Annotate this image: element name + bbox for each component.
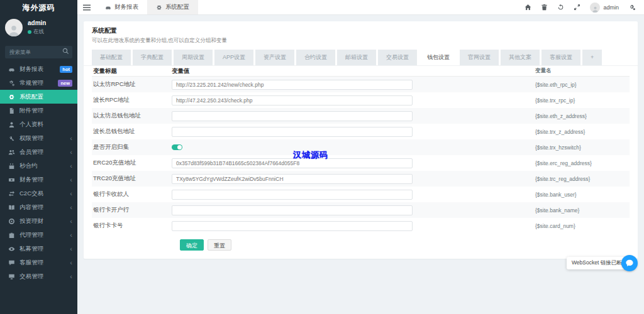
collection-toggle[interactable]	[172, 144, 182, 150]
hamburger-menu-icon[interactable]	[77, 0, 96, 14]
sidebar-item-7[interactable]: 秒合约‹	[0, 159, 77, 173]
reset-button[interactable]: 重置	[208, 239, 231, 251]
topbar-avatar	[590, 3, 600, 13]
config-tab-8[interactable]: 钱包设置	[419, 50, 458, 65]
config-value-input[interactable]	[172, 127, 413, 137]
config-value-input[interactable]	[172, 205, 413, 215]
topbar-tab-0[interactable]: 财务报表	[96, 0, 147, 14]
config-row-1: 波长RPC地址{$site.trx_rpc_ip}	[92, 92, 630, 108]
sidebar-item-4[interactable]: 个人资料	[0, 117, 77, 131]
sidebar-item-15[interactable]: 交易管理‹	[0, 269, 77, 283]
sidebar-item-5[interactable]: 权限管理‹	[0, 131, 77, 145]
topbar-tab-1[interactable]: 系统配置	[147, 0, 198, 14]
sidebar: 海外源码 admin 在线 财务报表hot常规管理new系统配置附件管理个人资料…	[0, 0, 77, 314]
config-row-label: TRC20充值地址	[92, 175, 172, 183]
add-tab-button[interactable]: +	[582, 50, 602, 65]
config-tab-11[interactable]: 客服设置	[541, 50, 580, 65]
user-block: admin 在线	[0, 15, 77, 40]
config-row-value	[172, 221, 535, 231]
chevron-left-icon: ‹	[70, 190, 72, 197]
sidebar-item-label: 客服管理	[19, 259, 43, 267]
sidebar-item-3[interactable]: 附件管理	[0, 104, 77, 117]
config-value-input[interactable]	[172, 80, 413, 90]
config-row-value	[172, 174, 535, 184]
config-value-input[interactable]	[172, 174, 413, 184]
sidebar-item-12[interactable]: 代理管理‹	[0, 228, 77, 242]
toggle-knob	[177, 145, 182, 149]
config-tab-0[interactable]: 基础配置	[92, 50, 131, 65]
config-table: 变量标题 变量值 变量名 以太坊RPC地址{$site.eth_rpc_ip}波…	[84, 66, 638, 251]
sidebar-item-8[interactable]: 财务管理‹	[0, 173, 77, 187]
topbar-tab-label: 系统配置	[165, 3, 189, 11]
config-row-label: 波长RPC地址	[92, 96, 172, 104]
online-dot-icon	[28, 30, 31, 34]
sidebar-item-label: 代理管理	[19, 231, 43, 239]
target-icon	[8, 218, 15, 225]
config-tab-9[interactable]: 官网设置	[460, 50, 499, 65]
home-icon[interactable]	[519, 0, 536, 15]
users-icon	[8, 149, 15, 156]
config-tab-1[interactable]: 字典配置	[133, 50, 172, 65]
config-tab-4[interactable]: 资产设置	[255, 50, 294, 65]
key-icon	[8, 135, 15, 142]
fullscreen-icon[interactable]	[569, 0, 585, 15]
config-value-input[interactable]	[172, 221, 413, 231]
sidebar-item-14[interactable]: 客服管理‹	[0, 256, 77, 269]
col-header-label: 变量标题	[92, 67, 172, 75]
search-icon	[62, 48, 69, 55]
config-value-input[interactable]	[172, 95, 413, 106]
sidebar-item-11[interactable]: 投资理财‹	[0, 214, 77, 228]
config-tab-6[interactable]: 邮箱设置	[337, 50, 376, 65]
page-subtitle: 可以在此增改系统的变量和分组,也可以自定义分组和变量	[92, 37, 630, 45]
config-value-input[interactable]	[172, 111, 413, 121]
watermark-text: 汉城源码	[293, 149, 328, 161]
car-icon	[8, 66, 15, 73]
config-row-varname: {$site.bank_user}	[535, 192, 630, 198]
sidebar-item-0[interactable]: 财务报表hot	[0, 62, 77, 76]
config-tab-7[interactable]: 交易设置	[378, 50, 417, 65]
config-row-8: 银行卡开户行{$site.bank_name}	[92, 202, 630, 218]
avatar[interactable]	[5, 19, 23, 36]
config-row-value	[172, 205, 535, 215]
book-icon	[8, 204, 15, 211]
trash-icon[interactable]	[536, 0, 552, 15]
config-row-5: ERC20充值地址{$site.erc_reg_address}	[92, 155, 630, 171]
sidebar-item-9[interactable]: C2C交易‹	[0, 187, 77, 200]
config-row-value	[172, 111, 535, 121]
sidebar-item-13[interactable]: 私募管理‹	[0, 242, 77, 256]
config-value-input[interactable]	[172, 158, 413, 168]
config-tab-5[interactable]: 合约设置	[296, 50, 335, 65]
topbar-user[interactable]: admin	[585, 3, 624, 13]
chevron-left-icon: ‹	[70, 273, 72, 280]
eye-icon	[8, 246, 15, 252]
config-value-input[interactable]	[172, 190, 413, 200]
refresh-icon[interactable]	[552, 0, 569, 15]
sidebar-badge: new	[58, 80, 72, 87]
chevron-left-icon: ‹	[70, 232, 72, 239]
sidebar-item-2[interactable]: 系统配置	[0, 90, 77, 104]
topbar-right: admin	[519, 0, 644, 14]
chevron-left-icon: ‹	[70, 135, 72, 142]
config-row-value	[172, 158, 535, 168]
config-tab-2[interactable]: 周期设置	[174, 50, 213, 65]
money-icon	[8, 176, 15, 183]
config-tab-10[interactable]: 其他文案	[501, 50, 540, 65]
chat-fab[interactable]	[621, 255, 638, 271]
chat-icon	[8, 259, 15, 266]
sidebar-item-1[interactable]: 常规管理new	[0, 76, 77, 90]
confirm-button[interactable]: 确定	[180, 239, 204, 251]
config-row-9: 银行卡卡号{$site.card_num}	[92, 218, 630, 234]
sidebar-item-label: 会员管理	[19, 148, 43, 156]
settings-gears-icon[interactable]	[624, 0, 640, 15]
sidebar-item-6[interactable]: 会员管理‹	[0, 145, 77, 159]
user-status: 在线	[28, 28, 46, 36]
config-tab-3[interactable]: APP设置	[214, 50, 253, 65]
config-row-varname: {$site.trx_hzswitch}	[535, 144, 630, 151]
sidebar-item-10[interactable]: 内容管理‹	[0, 200, 77, 214]
user-name: admin	[28, 19, 46, 26]
config-row-varname: {$site.trc_reg_address}	[535, 176, 630, 182]
config-row-varname: {$site.eth_z_address}	[535, 113, 630, 119]
config-row-label: 以太坊总钱包地址	[92, 112, 172, 120]
sidebar-item-label: 个人资料	[19, 121, 43, 129]
config-row-6: TRC20充值地址{$site.trc_reg_address}	[92, 171, 630, 187]
